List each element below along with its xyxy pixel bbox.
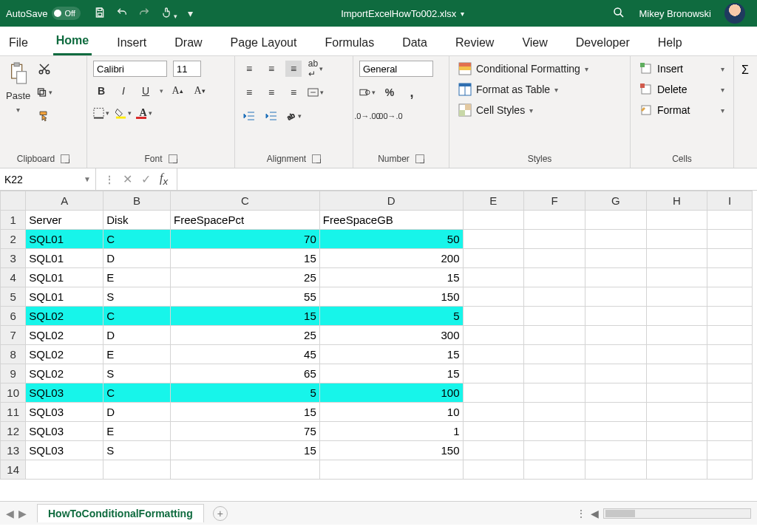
cell[interactable]: C — [103, 383, 171, 403]
column-header-I[interactable]: I — [707, 191, 753, 211]
tab-developer[interactable]: Developer — [573, 30, 633, 55]
autosave-toggle[interactable]: AutoSave Off — [6, 7, 81, 20]
increase-font-button[interactable]: A▴ — [169, 83, 186, 99]
comma-style-button[interactable]: , — [404, 84, 420, 100]
cell[interactable]: 15 — [171, 441, 320, 460]
cell[interactable]: 300 — [319, 326, 463, 345]
cancel-icon[interactable]: ✕ — [123, 172, 132, 186]
cell[interactable]: SQL02 — [26, 364, 103, 383]
cell[interactable] — [707, 460, 753, 480]
cell[interactable]: 70 — [171, 230, 320, 249]
search-icon[interactable] — [612, 6, 625, 21]
cell[interactable] — [463, 364, 524, 383]
copy-icon[interactable] — [36, 84, 52, 100]
cell[interactable] — [646, 211, 707, 230]
cell[interactable] — [524, 441, 585, 460]
number-format-select[interactable] — [359, 61, 433, 77]
dialog-launcher-alignment[interactable] — [312, 154, 321, 163]
cell[interactable] — [463, 345, 524, 364]
cell[interactable]: 15 — [319, 345, 463, 364]
cell[interactable]: D — [103, 326, 171, 345]
cell[interactable] — [646, 230, 707, 249]
dialog-launcher-number[interactable] — [415, 154, 424, 163]
cell[interactable] — [646, 364, 707, 383]
cell[interactable]: 15 — [171, 307, 320, 326]
format-as-table-button[interactable]: Format as Table▾ — [455, 81, 624, 98]
cell[interactable] — [585, 211, 646, 230]
delete-cells-button[interactable]: Delete▾ — [637, 81, 727, 98]
redo-icon[interactable] — [138, 7, 150, 21]
cell[interactable] — [585, 307, 646, 326]
cell[interactable] — [646, 460, 707, 480]
percent-button[interactable]: % — [381, 84, 398, 100]
worksheet-grid[interactable]: ABCDEFGHI 1ServerDiskFreeSpacePctFreeSpa… — [0, 191, 757, 501]
cell[interactable] — [585, 364, 646, 383]
cell[interactable] — [585, 422, 646, 441]
cell[interactable] — [646, 403, 707, 422]
font-color-button[interactable]: A — [138, 105, 154, 121]
italic-button[interactable]: I — [115, 83, 132, 99]
cell[interactable] — [171, 460, 320, 480]
cell[interactable] — [524, 249, 585, 268]
cell[interactable]: Disk — [103, 211, 171, 230]
borders-button[interactable] — [93, 105, 109, 121]
cell[interactable] — [707, 307, 753, 326]
cell[interactable] — [524, 383, 585, 403]
align-right-button[interactable]: ≡ — [285, 84, 302, 100]
cell[interactable] — [524, 230, 585, 249]
enter-icon[interactable]: ✓ — [141, 172, 151, 186]
cell[interactable]: 75 — [171, 422, 320, 441]
cell[interactable] — [524, 403, 585, 422]
sheet-tab-active[interactable]: HowToConditionalFormatting — [37, 504, 204, 522]
cell[interactable]: S — [103, 287, 171, 307]
qat-customize-icon[interactable]: ▾ — [188, 7, 193, 19]
cell[interactable] — [463, 403, 524, 422]
cell[interactable] — [524, 307, 585, 326]
cell[interactable] — [707, 345, 753, 364]
cell[interactable] — [524, 211, 585, 230]
align-middle-button[interactable]: ≡ — [263, 61, 279, 77]
cell[interactable] — [463, 383, 524, 403]
cell[interactable] — [463, 441, 524, 460]
font-name-select[interactable] — [93, 61, 167, 77]
cell[interactable] — [585, 249, 646, 268]
cell[interactable] — [585, 230, 646, 249]
paste-button[interactable]: Paste ▾ — [6, 61, 30, 114]
cell[interactable] — [463, 211, 524, 230]
cell[interactable] — [707, 287, 753, 307]
cell[interactable] — [646, 287, 707, 307]
cell[interactable] — [463, 249, 524, 268]
row-header[interactable]: 2 — [1, 230, 26, 249]
cell[interactable]: D — [103, 403, 171, 422]
cell[interactable]: 45 — [171, 345, 320, 364]
column-header-H[interactable]: H — [646, 191, 707, 211]
cell[interactable]: SQL01 — [26, 249, 103, 268]
cell[interactable] — [524, 460, 585, 480]
cell[interactable]: 25 — [171, 326, 320, 345]
cell[interactable] — [707, 326, 753, 345]
cell[interactable]: 50 — [319, 230, 463, 249]
fill-color-button[interactable] — [115, 105, 132, 121]
cell[interactable] — [585, 403, 646, 422]
cell[interactable]: 200 — [319, 249, 463, 268]
cell[interactable]: 1 — [319, 422, 463, 441]
select-all-corner[interactable] — [1, 191, 26, 211]
cell[interactable]: S — [103, 441, 171, 460]
horizontal-scrollbar[interactable] — [603, 508, 751, 519]
cell[interactable] — [103, 460, 171, 480]
cell[interactable] — [585, 383, 646, 403]
row-header[interactable]: 9 — [1, 364, 26, 383]
cell[interactable] — [707, 230, 753, 249]
cell[interactable]: SQL02 — [26, 345, 103, 364]
cell[interactable] — [585, 441, 646, 460]
tab-data[interactable]: Data — [399, 30, 430, 55]
bold-button[interactable]: B — [93, 83, 109, 99]
cell[interactable] — [707, 268, 753, 287]
cell[interactable] — [707, 422, 753, 441]
cell[interactable]: SQL02 — [26, 326, 103, 345]
cell[interactable]: SQL03 — [26, 383, 103, 403]
column-header-A[interactable]: A — [26, 191, 103, 211]
cell[interactable]: 15 — [171, 403, 320, 422]
align-left-button[interactable]: ≡ — [241, 84, 257, 100]
row-header[interactable]: 8 — [1, 345, 26, 364]
